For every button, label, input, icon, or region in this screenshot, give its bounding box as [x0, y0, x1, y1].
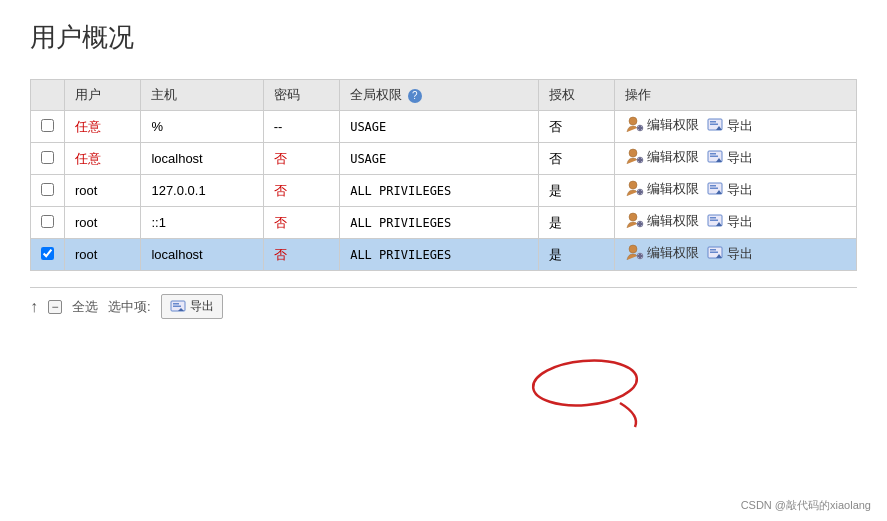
page-wrapper: 用户概况 用户 主机 密码 全局权限 ? 授权 操作 任意%--USAGE否 编…: [0, 0, 887, 521]
row-checkbox-cell: [31, 111, 65, 143]
action-separator: [701, 250, 705, 265]
row-host: localhost: [141, 143, 263, 175]
export-link[interactable]: 导出: [707, 149, 753, 167]
circle-annotation: [530, 355, 660, 435]
edit-perm-icon: [625, 180, 645, 198]
row-password: 否: [263, 239, 339, 271]
table-row: root::1否ALL PRIVILEGES是 编辑权限 导出: [31, 207, 857, 239]
table-row: root127.0.0.1否ALL PRIVILEGES是 编辑权限 导出: [31, 175, 857, 207]
row-password: 否: [263, 143, 339, 175]
footer-export-button[interactable]: 导出: [161, 294, 223, 319]
row-checkbox-cell: [31, 175, 65, 207]
export-row-icon: [707, 214, 725, 230]
edit-perm-icon: [625, 116, 645, 134]
col-privileges: 全局权限 ?: [340, 80, 539, 111]
export-link[interactable]: 导出: [707, 213, 753, 231]
svg-point-24: [629, 245, 637, 253]
row-user: root: [65, 175, 141, 207]
svg-point-12: [629, 181, 637, 189]
col-password: 密码: [263, 80, 339, 111]
row-host: 127.0.0.1: [141, 175, 263, 207]
footer-bar: ↑ − 全选 选中项: 导出: [30, 287, 857, 325]
edit-permissions-link[interactable]: 编辑权限: [625, 148, 699, 166]
row-host: ::1: [141, 207, 263, 239]
row-privileges: ALL PRIVILEGES: [340, 239, 539, 271]
row-host: localhost: [141, 239, 263, 271]
row-privileges: USAGE: [340, 111, 539, 143]
row-user: 任意: [65, 143, 141, 175]
row-authorized: 是: [538, 175, 614, 207]
edit-permissions-link[interactable]: 编辑权限: [625, 180, 699, 198]
row-privileges: ALL PRIVILEGES: [340, 207, 539, 239]
edit-perm-icon: [625, 148, 645, 166]
table-row: rootlocalhost否ALL PRIVILEGES是 编辑权限 导出: [31, 239, 857, 271]
row-password: --: [263, 111, 339, 143]
svg-point-34: [531, 357, 638, 410]
table-body: 任意%--USAGE否 编辑权限 导出任意localhost否USAGE否 编辑…: [31, 111, 857, 271]
row-user: 任意: [65, 111, 141, 143]
row-checkbox[interactable]: [41, 151, 54, 164]
row-host: %: [141, 111, 263, 143]
svg-rect-32: [173, 305, 181, 307]
svg-point-18: [629, 213, 637, 221]
action-separator: [701, 218, 705, 233]
edit-permissions-link[interactable]: 编辑权限: [625, 244, 699, 262]
edit-perm-icon: [625, 212, 645, 230]
svg-rect-31: [173, 303, 179, 305]
table-row: 任意%--USAGE否 编辑权限 导出: [31, 111, 857, 143]
svg-rect-28: [710, 252, 718, 254]
export-link[interactable]: 导出: [707, 117, 753, 135]
action-separator: [701, 186, 705, 201]
select-all-label[interactable]: 全选: [72, 298, 98, 316]
row-checkbox[interactable]: [41, 183, 54, 196]
export-link[interactable]: 导出: [707, 245, 753, 263]
export-row-icon: [707, 182, 725, 198]
edit-permissions-link[interactable]: 编辑权限: [625, 116, 699, 134]
svg-rect-4: [710, 124, 718, 126]
table-header-row: 用户 主机 密码 全局权限 ? 授权 操作: [31, 80, 857, 111]
row-privileges: ALL PRIVILEGES: [340, 175, 539, 207]
row-authorized: 否: [538, 143, 614, 175]
row-checkbox[interactable]: [41, 247, 54, 260]
row-authorized: 否: [538, 111, 614, 143]
help-icon[interactable]: ?: [408, 89, 422, 103]
svg-rect-22: [710, 220, 718, 222]
col-authorized: 授权: [538, 80, 614, 111]
minus-button[interactable]: −: [48, 300, 62, 314]
svg-rect-27: [710, 249, 716, 251]
export-link[interactable]: 导出: [707, 181, 753, 199]
svg-rect-16: [710, 188, 718, 190]
row-checkbox-cell: [31, 207, 65, 239]
row-password: 否: [263, 207, 339, 239]
svg-point-0: [629, 117, 637, 125]
svg-point-6: [629, 149, 637, 157]
scroll-up-button[interactable]: ↑: [30, 298, 38, 316]
svg-rect-15: [710, 185, 716, 187]
svg-rect-3: [710, 121, 716, 123]
row-user: root: [65, 239, 141, 271]
col-user: 用户: [65, 80, 141, 111]
svg-rect-21: [710, 217, 716, 219]
row-actions: 编辑权限 导出: [615, 111, 857, 143]
row-actions: 编辑权限 导出: [615, 239, 857, 271]
row-actions: 编辑权限 导出: [615, 143, 857, 175]
watermark: CSDN @敲代码的xiaolang: [741, 498, 871, 513]
edit-perm-icon: [625, 244, 645, 262]
row-checkbox-cell: [31, 143, 65, 175]
edit-permissions-link[interactable]: 编辑权限: [625, 212, 699, 230]
action-separator: [701, 122, 705, 137]
table-row: 任意localhost否USAGE否 编辑权限 导出: [31, 143, 857, 175]
col-checkbox: [31, 80, 65, 111]
export-icon: [170, 300, 186, 314]
action-separator: [701, 154, 705, 169]
user-table: 用户 主机 密码 全局权限 ? 授权 操作 任意%--USAGE否 编辑权限 导…: [30, 79, 857, 271]
col-host: 主机: [141, 80, 263, 111]
row-actions: 编辑权限 导出: [615, 175, 857, 207]
selected-items-label: 选中项:: [108, 298, 151, 316]
row-authorized: 是: [538, 207, 614, 239]
svg-rect-9: [710, 153, 716, 155]
row-authorized: 是: [538, 239, 614, 271]
row-checkbox[interactable]: [41, 119, 54, 132]
row-checkbox[interactable]: [41, 215, 54, 228]
col-actions: 操作: [615, 80, 857, 111]
